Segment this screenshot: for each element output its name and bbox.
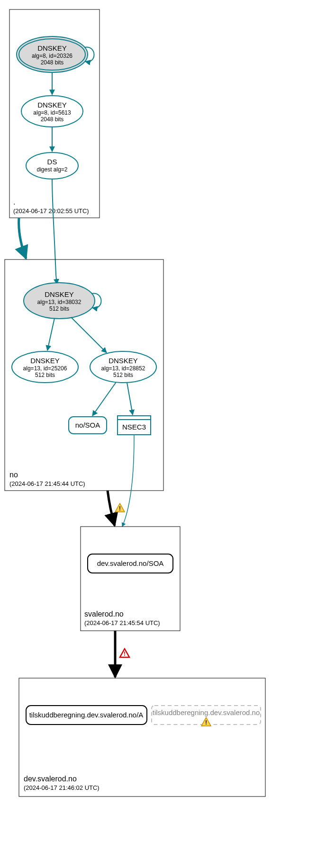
svg-text:alg=13, id=38032: alg=13, id=38032: [37, 299, 82, 305]
svg-text:DNSKEY: DNSKEY: [30, 357, 60, 365]
svg-text:2048 bits: 2048 bits: [41, 59, 64, 66]
svg-text:alg=13, id=28852: alg=13, id=28852: [101, 365, 145, 372]
svg-text:2048 bits: 2048 bits: [41, 116, 64, 123]
error-icon: !: [120, 649, 129, 657]
root-ds: DS digest alg=2: [26, 152, 78, 179]
svg-text:alg=13, id=25206: alg=13, id=25206: [23, 365, 67, 372]
svg-text:alg=8, id=20326: alg=8, id=20326: [32, 53, 72, 59]
dev-a-record: tilskuddberegning.dev.svalerod.no/A: [26, 706, 147, 725]
edge-ds-to-no-ksk-a: [52, 179, 56, 275]
zone-dev-time: (2024-06-17 21:46:02 UTC): [24, 784, 100, 791]
svg-text:DNSKEY: DNSKEY: [109, 357, 138, 365]
svg-text:!: !: [124, 651, 126, 657]
svg-text:digest alg=2: digest alg=2: [36, 166, 67, 173]
no-zsk2: DNSKEY alg=13, id=28852 512 bits: [90, 351, 156, 383]
sv-soa: dev.svalerod.no/SOA: [88, 554, 173, 573]
svg-text:dev.svalerod.no/SOA: dev.svalerod.no/SOA: [97, 559, 164, 567]
warning-icon: !: [115, 503, 125, 512]
edge-no-zsk2-soa: [92, 382, 116, 416]
no-zsk1: DNSKEY alg=13, id=25206 512 bits: [12, 351, 78, 383]
zone-dev-name: dev.svalerod.no: [24, 775, 77, 783]
no-soa: no/SOA: [69, 417, 107, 434]
edge-no-zsk2-nsec: [127, 383, 133, 415]
svg-text:512 bits: 512 bits: [113, 372, 133, 378]
zone-no-name: no: [9, 471, 18, 479]
svg-text:DS: DS: [47, 158, 57, 166]
edge-no-sv-insecure: [108, 491, 115, 526]
zone-root-time: (2024-06-17 20:02:55 UTC): [13, 207, 89, 215]
svg-text:alg=8, id=5613: alg=8, id=5613: [33, 109, 71, 116]
svg-text:tilskuddberegning.dev.svalerod: tilskuddberegning.dev.svalerod.no/A: [29, 711, 144, 719]
dnssec-graph: . (2024-06-17 20:02:55 UTC) DNSKEY alg=8…: [0, 0, 317, 868]
root-ksk: DNSKEY alg=8, id=20326 2048 bits: [17, 36, 88, 72]
edge-no-ksk-zsk1: [47, 318, 54, 350]
edge-no-ksk-zsk2: [71, 317, 107, 353]
zone-svalerod: svalerod.no (2024-06-17 21:45:54 UTC): [81, 527, 180, 631]
svg-text:tilskuddberegning.dev.svalerod: tilskuddberegning.dev.svalerod.no: [153, 708, 260, 716]
edge-root-to-no-deleg: [19, 218, 26, 259]
svg-text:DNSKEY: DNSKEY: [45, 290, 74, 298]
no-nsec3: NSEC3: [118, 416, 151, 435]
svg-text:DNSKEY: DNSKEY: [37, 44, 67, 52]
zone-root-name: .: [13, 198, 15, 206]
zone-sv-name: svalerod.no: [84, 610, 124, 618]
no-ksk: DNSKEY alg=13, id=38032 512 bits: [24, 283, 95, 319]
zone-sv-time: (2024-06-17 21:45:54 UTC): [84, 619, 160, 626]
svg-point-10: [26, 152, 78, 179]
root-zsk: DNSKEY alg=8, id=5613 2048 bits: [21, 96, 83, 127]
edge-nsec-sv: [122, 435, 134, 527]
svg-text:512 bits: 512 bits: [49, 305, 69, 312]
svg-text:DNSKEY: DNSKEY: [37, 101, 67, 109]
svg-text:NSEC3: NSEC3: [122, 423, 146, 431]
svg-text:!: !: [119, 505, 121, 512]
zone-dev: dev.svalerod.no (2024-06-17 21:46:02 UTC…: [19, 678, 265, 796]
svg-text:512 bits: 512 bits: [35, 372, 55, 378]
dev-ghost-record: tilskuddberegning.dev.svalerod.no !: [152, 706, 261, 726]
zone-no-time: (2024-06-17 21:45:44 UTC): [9, 480, 85, 487]
svg-text:!: !: [205, 719, 207, 726]
svg-text:no/SOA: no/SOA: [75, 421, 100, 429]
